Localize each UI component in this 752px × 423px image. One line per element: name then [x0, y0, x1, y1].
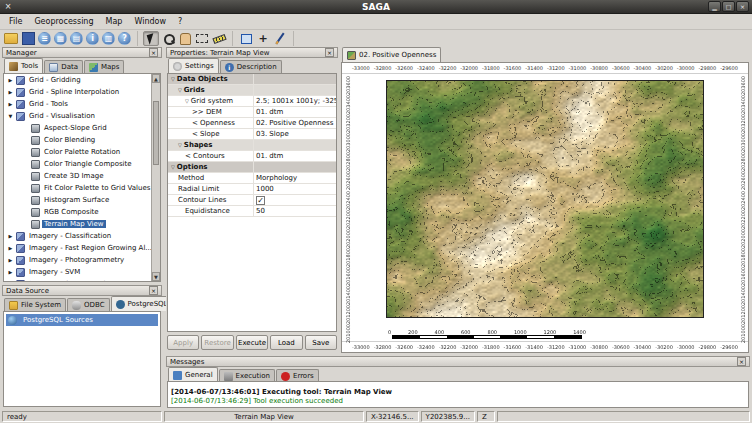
- select-tool-icon[interactable]: [194, 31, 210, 46]
- tree-item-color-blending[interactable]: Color Blending: [4, 134, 160, 146]
- tab-tools[interactable]: Tools: [4, 58, 43, 73]
- expand-arrow-icon[interactable]: ▶: [7, 89, 14, 95]
- property-row-equidistance[interactable]: Equidistance50: [168, 206, 336, 217]
- property-row-options[interactable]: ▽Options: [168, 162, 336, 173]
- apply-button[interactable]: Apply: [167, 335, 199, 350]
- tree-item-imagery-fast-region-growing-al[interactable]: ▶Imagery - Fast Region Growing Al...: [4, 242, 160, 254]
- property-row-shapes[interactable]: ▽Shapes: [168, 140, 336, 151]
- tab-settings[interactable]: Settings: [168, 58, 219, 73]
- contour-lines-checkbox[interactable]: ✓: [256, 196, 265, 205]
- collapse-arrow-icon[interactable]: ▽: [178, 87, 182, 93]
- messages-window-icon[interactable]: ▥: [102, 32, 115, 45]
- execute-button[interactable]: Execute: [236, 335, 268, 350]
- close-icon[interactable]: ×: [149, 48, 158, 57]
- terrain-map-image[interactable]: [386, 80, 704, 318]
- help-icon[interactable]: ?: [118, 32, 131, 45]
- tree-item-rgb-composite[interactable]: RGB Composite: [4, 206, 160, 218]
- property-value[interactable]: 1000: [256, 185, 274, 193]
- tab-postgresql[interactable]: PostgreSQL: [111, 296, 173, 311]
- property-value[interactable]: 01. dtm: [256, 108, 283, 116]
- property-value[interactable]: 2.5; 1001x 1001y; -32500...: [256, 97, 336, 105]
- property-row-grid-system[interactable]: ▽Grid system2.5; 1001x 1001y; -32500...: [168, 96, 336, 107]
- tree-item-grid-gridding[interactable]: ▶Grid - Gridding: [4, 74, 160, 86]
- tree-item-color-palette-rotation[interactable]: Color Palette Rotation: [4, 146, 160, 158]
- scroll-down-icon[interactable]: ▼: [152, 272, 160, 281]
- property-row-radial-limit[interactable]: Radial Limit1000: [168, 184, 336, 195]
- scroll-track[interactable]: [152, 83, 160, 272]
- close-icon[interactable]: ×: [149, 286, 158, 295]
- data-manager-icon[interactable]: ▦: [54, 32, 67, 45]
- crosshair-tool-icon[interactable]: +: [255, 31, 271, 46]
- workspace-manager-icon[interactable]: ≡: [38, 32, 51, 45]
- property-row-contours[interactable]: < Contours01. dtm: [168, 151, 336, 162]
- collapse-arrow-icon[interactable]: ▼: [7, 113, 14, 119]
- tab-02-positive-openness[interactable]: 02. Positive Openness: [342, 47, 441, 62]
- minimize-button[interactable]: ▁: [708, 1, 721, 12]
- menu-[interactable]: ?: [172, 16, 188, 27]
- messages-log[interactable]: [2014-06-07/13:46:01] Executing tool: Te…: [167, 381, 749, 408]
- tab-general[interactable]: General: [168, 367, 218, 382]
- expand-arrow-icon[interactable]: ▶: [7, 257, 14, 263]
- expand-arrow-icon[interactable]: ▶: [7, 101, 14, 107]
- property-value[interactable]: 01. dtm: [256, 152, 283, 160]
- pen-tool-icon[interactable]: [272, 31, 288, 46]
- property-row-data-objects[interactable]: ▽Data Objects: [168, 74, 336, 85]
- restore-button[interactable]: Restore: [201, 335, 233, 350]
- tree-scrollbar[interactable]: ▲ ▼: [151, 74, 160, 281]
- close-icon[interactable]: ×: [737, 357, 746, 366]
- tree-item-imagery-svm[interactable]: ▶Imagery - SVM: [4, 266, 160, 278]
- tree-item-imagery-photogrammetry[interactable]: ▶Imagery - Photogrammetry: [4, 254, 160, 266]
- measure-tool-icon[interactable]: [211, 31, 227, 46]
- pointer-tool-icon[interactable]: [143, 31, 159, 46]
- property-row-contour-lines[interactable]: Contour Lines✓: [168, 195, 336, 206]
- property-row-dem[interactable]: >> DEM01. dtm: [168, 107, 336, 118]
- window-menu-icon[interactable]: ×: [3, 2, 13, 12]
- save-button[interactable]: Save: [305, 335, 337, 350]
- tree-item-histogram-surface[interactable]: Histogram Surface: [4, 194, 160, 206]
- properties-window-icon[interactable]: i: [86, 32, 99, 45]
- expand-arrow-icon[interactable]: ▶: [7, 233, 14, 239]
- zoom-extent-icon[interactable]: [238, 31, 254, 46]
- maps-manager-icon[interactable]: ▤: [70, 32, 83, 45]
- pan-tool-icon[interactable]: [177, 31, 193, 46]
- tree-item-terrain-map-view[interactable]: Terrain Map View: [4, 218, 160, 230]
- collapse-arrow-icon[interactable]: ▽: [171, 164, 175, 170]
- menu-window[interactable]: Window: [128, 16, 172, 27]
- maximize-button[interactable]: □: [722, 1, 735, 12]
- tab-file-system[interactable]: File System: [4, 298, 66, 311]
- tab-data[interactable]: Data: [44, 60, 83, 73]
- property-row-grids[interactable]: ▽Grids: [168, 85, 336, 96]
- scroll-thumb[interactable]: [153, 101, 159, 165]
- tab-description[interactable]: Description: [220, 60, 282, 73]
- expand-arrow-icon[interactable]: ▶: [7, 77, 14, 83]
- property-row-method[interactable]: MethodMorphology: [168, 173, 336, 184]
- close-button[interactable]: ×: [736, 1, 749, 12]
- tree-item-grid-spline-interpolation[interactable]: ▶Grid - Spline Interpolation: [4, 86, 160, 98]
- scroll-up-icon[interactable]: ▲: [152, 74, 160, 83]
- expand-arrow-icon[interactable]: ▶: [7, 281, 14, 282]
- tree-item-aspect-slope-grid[interactable]: Aspect-Slope Grid: [4, 122, 160, 134]
- property-value[interactable]: 03. Slope: [256, 130, 289, 138]
- tree-item-grid-tools[interactable]: ▶Grid - Tools: [4, 98, 160, 110]
- property-row-openness[interactable]: < Openness02. Positive Openness: [168, 118, 336, 129]
- property-value[interactable]: 50: [256, 207, 265, 215]
- close-icon[interactable]: ×: [325, 48, 334, 57]
- tab-maps[interactable]: Maps: [84, 60, 124, 73]
- collapse-arrow-icon[interactable]: ▽: [171, 76, 175, 82]
- open-file-icon[interactable]: [3, 31, 19, 46]
- tree-item-create-3d-image[interactable]: Create 3D Image: [4, 170, 160, 182]
- collapse-arrow-icon[interactable]: ▽: [185, 98, 189, 104]
- zoom-tool-icon[interactable]: [160, 31, 176, 46]
- tree-item-fit-color-palette-to-grid-values[interactable]: Fit Color Palette to Grid Values: [4, 182, 160, 194]
- menu-geoprocessing[interactable]: Geoprocessing: [28, 16, 99, 27]
- tab-odbc[interactable]: ODBC: [67, 298, 109, 311]
- menu-map[interactable]: Map: [100, 16, 129, 27]
- property-value[interactable]: 02. Positive Openness: [256, 119, 333, 127]
- property-row-slope[interactable]: < Slope03. Slope: [168, 129, 336, 140]
- expand-arrow-icon[interactable]: ▶: [7, 245, 14, 251]
- tree-item-grid-visualisation[interactable]: ▼Grid - Visualisation: [4, 110, 160, 122]
- property-value[interactable]: Morphology: [256, 174, 297, 182]
- load-button[interactable]: Load: [270, 335, 302, 350]
- tree-item-imagery-segmentation[interactable]: ▶Imagery - Segmentation: [4, 278, 160, 282]
- tree-item-color-triangle-composite[interactable]: Color Triangle Composite: [4, 158, 160, 170]
